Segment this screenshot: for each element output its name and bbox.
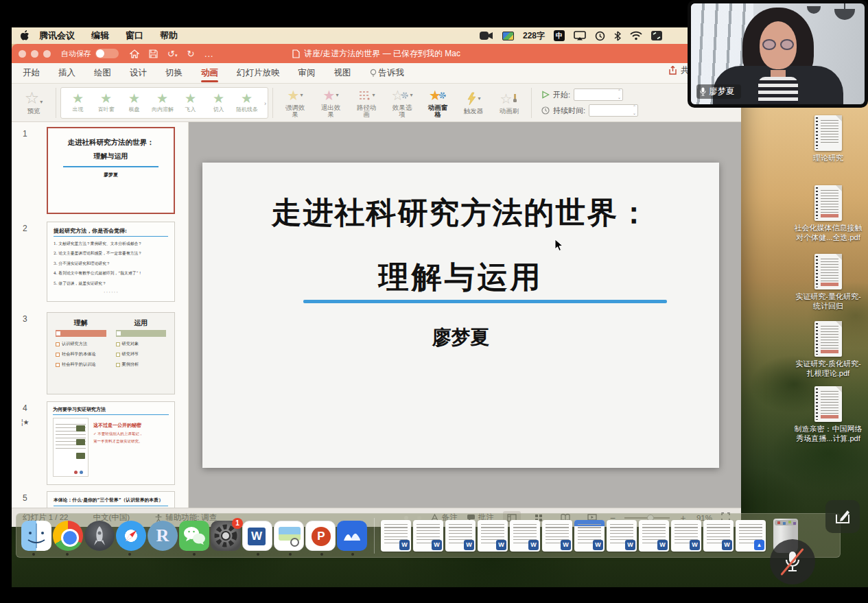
dock-minimized-window-9[interactable]: W xyxy=(639,520,669,552)
tab-告诉我[interactable]: 告诉我 xyxy=(370,63,405,84)
microphone-muted-indicator[interactable] xyxy=(770,539,815,584)
dock-system-preferences-icon[interactable]: 1 xyxy=(210,520,242,552)
powerpoint-titlebar[interactable]: 自动保存 ↺▾ ↻ … 讲座/走进方法的世界 — 已保存到我的 Mac xyxy=(12,44,741,63)
save-icon[interactable] xyxy=(149,49,158,58)
word-badge: W xyxy=(432,540,442,550)
ribbon-button-强调效果[interactable]: ★▾强调效果 xyxy=(277,88,313,118)
tab-绘图[interactable]: 绘图 xyxy=(94,63,111,84)
animation-effect-百叶窗[interactable]: ★百叶窗 xyxy=(92,91,120,114)
emphasis-star-icon: ★ xyxy=(288,88,300,102)
ribbon-button-触发器[interactable]: ▾触发器 xyxy=(456,91,491,115)
dock-minimized-window-4[interactable]: W xyxy=(478,520,508,552)
animation-effect-切入[interactable]: ★切入 xyxy=(204,91,233,114)
ribbon-button-退出效果[interactable]: ★▾退出效果 xyxy=(313,88,349,118)
bluetooth-icon[interactable] xyxy=(614,31,621,41)
wallpaper-thumbnail-icon[interactable] xyxy=(502,32,514,40)
close-window-button[interactable] xyxy=(19,50,26,58)
effect-star-icon: ★ xyxy=(241,91,253,105)
desktop-file-5[interactable]: 制造亲密：中国网络秀场直播...计算.pdf xyxy=(773,386,868,443)
dock-powerpoint-icon[interactable]: P xyxy=(305,520,336,552)
menu-item-4[interactable]: 帮助 xyxy=(160,29,178,42)
notification-badge: 1 xyxy=(232,518,243,529)
minimize-window-button[interactable] xyxy=(31,50,38,58)
duration-input[interactable] xyxy=(589,104,638,117)
control-center-icon[interactable] xyxy=(651,31,662,40)
dock-minimized-window-5[interactable]: W xyxy=(510,520,540,552)
autosave-switch[interactable] xyxy=(95,49,119,58)
tab-切换[interactable]: 切换 xyxy=(165,63,183,84)
menu-item-3[interactable]: 窗口 xyxy=(126,29,143,42)
dock-minimized-window-11[interactable]: W xyxy=(703,520,734,552)
ribbon-button-路径动画[interactable]: ▾路径动画 xyxy=(349,88,384,118)
ribbon-button-动画窗格[interactable]: ★动画窗格 xyxy=(420,88,456,118)
dock-chrome-icon[interactable] xyxy=(52,520,84,552)
dock-tencent-meeting-icon[interactable] xyxy=(336,520,368,552)
autosave-toggle[interactable]: 自动保存 xyxy=(61,49,119,59)
slide-thumbnail-3[interactable]: 理解 认识研究方法社会科学的本体论社会科学的认识论 运用 研究对象研究环节案例分… xyxy=(47,312,175,394)
start-input[interactable] xyxy=(574,88,623,101)
dock-minimized-window-7[interactable]: W xyxy=(574,520,605,552)
slide-editing-area[interactable]: 走进社科研究方法的世界： 理解与运用 廖梦夏 xyxy=(189,122,741,508)
gallery-more-icon[interactable]: › xyxy=(264,100,266,107)
tab-插入[interactable]: 插入 xyxy=(58,63,75,84)
slide-thumbnail-4[interactable]: 为何要学习实证研究方法 这不过是一公开的秘密 ✓ 不要轻信别人的上课笔记，第一手… xyxy=(47,401,175,485)
wifi-icon[interactable] xyxy=(630,31,642,40)
dock-minimized-window-6[interactable]: W xyxy=(542,520,572,552)
animation-effect-随机线条[interactable]: ★随机线条 xyxy=(233,91,261,114)
ribbon-button-效果选项[interactable]: ☆▾效果选项 xyxy=(384,88,420,118)
preview-button[interactable]: ☆▾ 预览 xyxy=(16,91,51,115)
dock-minimized-window-12[interactable]: ▲ xyxy=(736,520,766,552)
dock-word-icon[interactable]: W xyxy=(242,520,273,552)
tab-动画[interactable]: 动画 xyxy=(201,63,218,84)
dock-minimized-window-3[interactable]: W xyxy=(445,520,476,552)
time-machine-icon[interactable] xyxy=(595,31,605,41)
tab-审阅[interactable]: 审阅 xyxy=(298,63,316,84)
slide-thumbnail-2[interactable]: 提起研究方法，你是否会觉得: 1. 文献研究是方法？案例研究、文本分析或都会？2… xyxy=(47,222,175,302)
tab-幻灯片放映[interactable]: 幻灯片放映 xyxy=(237,63,280,84)
tab-开始[interactable]: 开始 xyxy=(23,63,40,84)
apple-logo-icon[interactable] xyxy=(20,30,30,41)
desktop-file-2[interactable]: 社会化媒体信息接触对个体健...全迭.pdf xyxy=(773,185,868,242)
annotation-pen-button[interactable] xyxy=(825,500,860,533)
animation-effect-向内溶解[interactable]: ★向内溶解 xyxy=(148,91,176,114)
dock-wechat-icon[interactable] xyxy=(178,520,210,552)
dock-minimized-window-8[interactable]: W xyxy=(607,520,637,552)
dock-safari-icon[interactable] xyxy=(115,520,147,552)
dock-finder-icon[interactable] xyxy=(21,520,52,552)
current-slide[interactable]: 走进社科研究方法的世界： 理解与运用 廖梦夏 xyxy=(202,163,719,468)
thumb3-item: 社会科学的认识论 xyxy=(56,362,106,368)
desktop-file-4[interactable]: 实证研究-质化研究-扎根理论.pdf xyxy=(773,321,868,378)
word-badge: W xyxy=(528,540,539,550)
dock-minimized-window-1[interactable]: W xyxy=(381,520,411,552)
ribbon-button-动画刷[interactable]: ☆动画刷 xyxy=(491,91,527,115)
timing-group: 开始: 持续时间: xyxy=(541,88,638,117)
tab-视图[interactable]: 视图 xyxy=(334,63,351,84)
dock-rstudio-icon[interactable]: R xyxy=(147,520,178,552)
menu-item-2[interactable]: 编辑 xyxy=(91,29,109,42)
home-icon[interactable] xyxy=(130,49,139,58)
zoom-window-button[interactable] xyxy=(43,50,51,58)
animation-effect-飞入[interactable]: ★飞入 xyxy=(176,91,204,114)
screen-mirroring-icon[interactable] xyxy=(574,31,586,40)
undo-icon[interactable]: ↺▾ xyxy=(167,49,177,59)
more-commands-icon[interactable]: … xyxy=(204,48,214,59)
participant-name: 廖梦夏 xyxy=(709,86,735,97)
file-label: 制造亲密：中国网络秀场直播...计算.pdf xyxy=(773,425,868,443)
dock-minimized-window-2[interactable]: W xyxy=(413,520,443,552)
animation-effect-出现[interactable]: ★出现 xyxy=(64,91,92,114)
meeting-menu-icon[interactable] xyxy=(480,31,493,40)
desktop-file-1[interactable]: 理论研究 xyxy=(773,115,868,163)
slide-thumbnail-1[interactable]: 走进社科研究方法的世界： 理解与运用 廖梦夏 xyxy=(47,127,175,214)
animation-effect-棋盘[interactable]: ★棋盘 xyxy=(120,91,148,114)
tab-设计[interactable]: 设计 xyxy=(130,63,147,84)
thumb3-bar-right xyxy=(116,330,167,337)
desktop-file-3[interactable]: 实证研究-量化研究-统计回归 xyxy=(773,254,868,311)
redo-icon[interactable]: ↻ xyxy=(187,49,194,59)
slide-thumbnail-5[interactable]: 本体论：什么·是你的“三个世界”（认识世界的本质） xyxy=(47,491,175,508)
dock-minimized-window-10[interactable]: W xyxy=(671,520,701,552)
meeting-webcam-overlay[interactable]: 廖梦夏 xyxy=(688,0,868,108)
input-method-icon[interactable]: 中 xyxy=(554,30,565,41)
dock-launchpad-icon[interactable] xyxy=(84,520,115,552)
dock-preview-icon[interactable] xyxy=(273,520,305,552)
menu-item-1[interactable]: 腾讯会议 xyxy=(39,29,75,42)
